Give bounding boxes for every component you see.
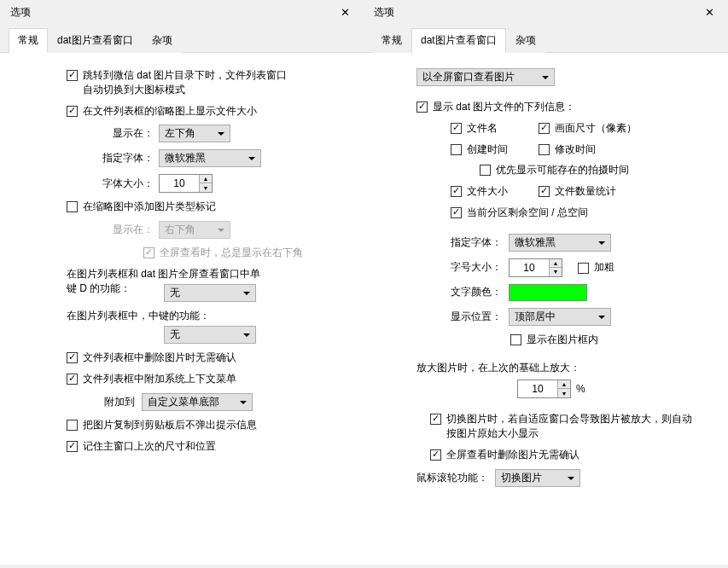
spin-up-icon[interactable]: ▲: [200, 175, 212, 183]
checkbox-context-menu[interactable]: [67, 374, 78, 385]
label-position: 显示位置：: [451, 310, 502, 324]
label-font-size: 字号大小：: [451, 260, 502, 275]
checkbox-no-clip-hint[interactable]: [67, 420, 78, 431]
color-picker[interactable]: [509, 284, 587, 301]
tabstrip-right: 常规 dat图片查看窗口 杂项: [364, 27, 728, 53]
select-wheel[interactable]: 切换图片: [495, 469, 580, 487]
checkbox-filename[interactable]: [451, 123, 462, 134]
select-mid-func[interactable]: 无: [164, 326, 256, 344]
label-context-menu: 文件列表框中附加系统上下文菜单: [83, 372, 236, 386]
label-attach-to: 附加到: [104, 395, 135, 409]
tab-general[interactable]: 常规: [9, 28, 48, 53]
checkbox-type-tag[interactable]: [67, 201, 78, 212]
checkbox-filesize[interactable]: [451, 186, 462, 197]
label-font: 指定字体：: [102, 151, 154, 165]
select-view-mode[interactable]: 以全屏窗口查看图片: [416, 68, 555, 86]
titlebar-left: 选项 ✕: [0, 0, 364, 27]
select-show-at2: 右下角: [159, 221, 230, 239]
label-type-tag: 在缩略图中添加图片类型标记: [83, 200, 216, 214]
checkbox-remember-geom[interactable]: [67, 441, 78, 452]
checkbox-mtime[interactable]: [539, 144, 550, 155]
checkbox-in-frame[interactable]: [510, 334, 521, 345]
label-fit-switch: 切换图片时，若自适应窗口会导致图片被放大，则自动按图片原始大小显示: [446, 412, 694, 441]
label-filesize: 文件大小: [467, 184, 518, 199]
label-prefer-shot: 优先显示可能存在的拍摄时间: [496, 163, 629, 177]
spin-down-icon[interactable]: ▼: [550, 268, 562, 276]
spin-up-icon[interactable]: ▲: [550, 259, 562, 268]
tab-misc[interactable]: 杂项: [506, 28, 545, 53]
checkbox-show-size-thumb[interactable]: [67, 106, 78, 117]
select-show-at[interactable]: 左下角: [159, 125, 230, 142]
close-icon[interactable]: ✕: [335, 4, 355, 20]
tab-general[interactable]: 常规: [372, 28, 411, 53]
label-mid-func: 在图片列表框中，中键的功能：: [67, 309, 210, 323]
label-partition: 当前分区剩余空间 / 总空间: [467, 206, 588, 220]
label-fullscreen-br: 全屏查看时，总是显示在右下角: [160, 246, 303, 260]
label-del-noconfirm: 文件列表框中删除图片时无需确认: [83, 351, 236, 365]
label-no-clip-hint: 把图片复制到剪贴板后不弹出提示信息: [83, 418, 257, 432]
input-font-size[interactable]: [160, 175, 199, 192]
select-attach-to[interactable]: 自定义菜单底部: [142, 393, 253, 411]
label-bold: 加粗: [594, 260, 614, 275]
tab-content-general: 跳转到微信 dat 图片目录下时，文件列表窗口自动切换到大图标模式 在文件列表框…: [0, 53, 364, 565]
label-show-info: 显示 dat 图片文件的下列信息：: [433, 100, 575, 114]
window-title: 选项: [10, 5, 31, 20]
label-show-at2: 显示在：: [113, 223, 154, 237]
checkbox-del-fullscreen[interactable]: [430, 449, 441, 461]
close-icon[interactable]: ✕: [700, 4, 719, 20]
options-panel-left: 选项 ✕ 常规 dat图片查看窗口 杂项 跳转到微信 dat 图片目录下时，文件…: [0, 0, 364, 568]
select-position[interactable]: 顶部居中: [509, 308, 611, 326]
label-remember-geom: 记住主窗口上次的尺寸和位置: [83, 439, 216, 454]
window-title: 选项: [374, 5, 394, 20]
tab-dat-viewer[interactable]: dat图片查看窗口: [411, 28, 506, 53]
select-font[interactable]: 微软雅黑: [509, 234, 611, 252]
label-auto-switch: 跳转到微信 dat 图片目录下时，文件列表窗口自动切换到大图标模式: [83, 68, 296, 97]
label-show-at: 显示在：: [113, 126, 154, 141]
label-del-fullscreen: 全屏查看时删除图片无需确认: [446, 448, 579, 462]
spinner-font-size[interactable]: ▲▼: [509, 258, 562, 277]
checkbox-fit-switch[interactable]: [430, 414, 441, 425]
checkbox-auto-switch[interactable]: [67, 70, 78, 81]
label-mtime: 修改时间: [555, 142, 596, 157]
spinner-zoom[interactable]: ▲▼: [517, 380, 571, 398]
titlebar-right: 选项 ✕: [364, 0, 728, 27]
checkbox-fullscreen-br: [143, 247, 154, 258]
input-zoom[interactable]: [518, 380, 557, 397]
label-percent: %: [576, 382, 585, 397]
select-font[interactable]: 微软雅黑: [159, 149, 261, 167]
label-zoom: 放大图片时，在上次的基础上放大：: [416, 361, 580, 375]
checkbox-pixels[interactable]: [539, 123, 550, 134]
tab-misc[interactable]: 杂项: [143, 28, 182, 53]
checkbox-partition[interactable]: [451, 207, 462, 218]
label-font: 指定字体：: [451, 235, 502, 250]
spin-up-icon[interactable]: ▲: [558, 380, 570, 389]
checkbox-bold[interactable]: [578, 263, 589, 274]
label-font-size: 字体大小：: [102, 177, 154, 191]
options-panel-right: 选项 ✕ 常规 dat图片查看窗口 杂项 以全屏窗口查看图片 显示 dat 图片…: [364, 0, 728, 568]
checkbox-show-info[interactable]: [416, 101, 428, 113]
checkbox-prefer-shot[interactable]: [480, 165, 491, 176]
spinner-font-size[interactable]: ▲▼: [159, 174, 213, 193]
checkbox-del-noconfirm[interactable]: [67, 352, 78, 363]
checkbox-ctime[interactable]: [451, 144, 462, 155]
label-pixels: 画面尺寸（像素）: [555, 121, 637, 136]
select-d-func[interactable]: 无: [164, 284, 256, 302]
label-wheel: 鼠标滚轮功能：: [416, 471, 488, 485]
label-show-size-thumb: 在文件列表框的缩略图上显示文件大小: [83, 104, 257, 119]
tabstrip-left: 常规 dat图片查看窗口 杂项: [0, 27, 364, 53]
tab-content-dat: 以全屏窗口查看图片 显示 dat 图片文件的下列信息： 文件名 画面尺寸（像素）…: [364, 53, 728, 565]
input-font-size[interactable]: [510, 259, 549, 276]
spin-down-icon[interactable]: ▼: [558, 389, 570, 397]
label-filename: 文件名: [467, 121, 518, 136]
label-text-color: 文字颜色：: [451, 285, 502, 299]
checkbox-filecount[interactable]: [539, 186, 550, 197]
label-in-frame: 显示在图片框内: [527, 333, 598, 347]
label-ctime: 创建时间: [467, 142, 518, 157]
tab-dat-viewer[interactable]: dat图片查看窗口: [48, 28, 143, 53]
spin-down-icon[interactable]: ▼: [200, 183, 212, 192]
label-filecount: 文件数量统计: [555, 184, 616, 199]
